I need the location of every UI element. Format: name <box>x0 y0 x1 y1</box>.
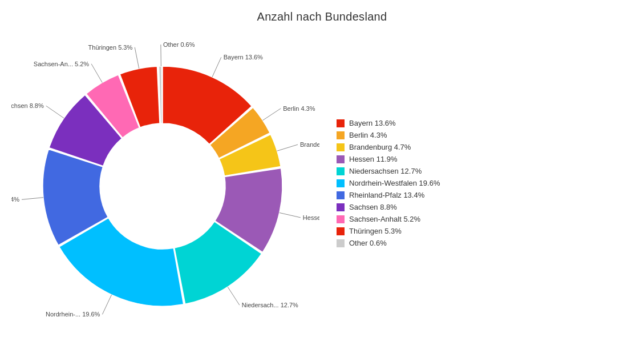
slice-label-2: Brandenbu... 4.7% <box>300 141 319 148</box>
legend-swatch-10 <box>337 239 345 247</box>
legend-label-10: Other 0.6% <box>349 239 387 247</box>
slice-label-0: Bayern 13.6% <box>224 54 263 61</box>
slice-label-4: Niedersach... 12.7% <box>242 302 298 308</box>
slice-label-5: Nordrhein-... 19.6% <box>46 311 100 318</box>
legend-item-9: Thüringen 5.3% <box>337 227 440 235</box>
slice-label-10: Other 0.6% <box>163 41 195 48</box>
legend-item-10: Other 0.6% <box>337 239 440 247</box>
slice-label-9: Thüringen 5.3% <box>88 43 133 50</box>
svg-line-9 <box>91 63 102 82</box>
svg-line-2 <box>263 108 281 120</box>
chart-body: Bayern 13.6%Berlin 4.3%Brandenbu... 4.7%… <box>0 23 644 337</box>
legend-label-4: Niedersachsen 12.7% <box>349 167 422 175</box>
legend-swatch-2 <box>337 143 345 151</box>
legend-item-0: Bayern 13.6% <box>337 119 440 127</box>
svg-line-6 <box>102 295 111 314</box>
legend-label-0: Bayern 13.6% <box>349 119 396 127</box>
legend-item-2: Brandenburg 4.7% <box>337 143 440 151</box>
legend-label-5: Nordrhein-Westfalen 19.6% <box>349 179 440 187</box>
legend-item-3: Hessen 11.9% <box>337 155 440 163</box>
legend-swatch-8 <box>337 215 345 223</box>
legend-item-7: Sachsen 8.8% <box>337 203 440 211</box>
legend-item-6: Rheinland-Pfalz 13.4% <box>337 191 440 199</box>
legend-item-8: Sachsen-Anhalt 5.2% <box>337 215 440 223</box>
legend-label-3: Hessen 11.9% <box>349 155 398 163</box>
legend-swatch-3 <box>337 155 345 163</box>
legend-item-5: Nordrhein-Westfalen 19.6% <box>337 179 440 187</box>
legend-item-4: Niedersachsen 12.7% <box>337 167 440 175</box>
legend-label-2: Brandenburg 4.7% <box>349 143 411 151</box>
legend-swatch-6 <box>337 191 345 199</box>
svg-line-1 <box>212 57 221 77</box>
legend-swatch-7 <box>337 203 345 211</box>
legend-swatch-0 <box>337 119 345 127</box>
chart-title: Anzahl nach Bundesland <box>257 10 387 23</box>
legend-item-1: Berlin 4.3% <box>337 131 440 139</box>
svg-line-8 <box>46 106 64 118</box>
svg-line-4 <box>280 212 301 217</box>
legend-label-9: Thüringen 5.3% <box>349 227 402 235</box>
chart-container: Anzahl nach Bundesland Bayern 13.6%Berli… <box>0 0 644 337</box>
slice-label-1: Berlin 4.3% <box>283 105 315 111</box>
legend: Bayern 13.6%Berlin 4.3%Brandenburg 4.7%H… <box>337 119 440 247</box>
slice-label-8: Sachsen-An... 5.2% <box>34 60 89 67</box>
legend-label-7: Sachsen 8.8% <box>349 203 397 211</box>
legend-swatch-1 <box>337 131 345 139</box>
legend-swatch-4 <box>337 167 345 175</box>
slice-label-6: Rheinland-... 13.4% <box>11 196 19 203</box>
legend-label-8: Sachsen-Anhalt 5.2% <box>349 215 420 223</box>
donut-chart: Bayern 13.6%Berlin 4.3%Brandenbu... 4.7%… <box>11 35 319 326</box>
svg-line-3 <box>277 145 298 151</box>
legend-swatch-5 <box>337 179 345 187</box>
legend-label-1: Berlin 4.3% <box>349 131 387 139</box>
slice-label-7: Sachsen 8.8% <box>11 102 44 109</box>
legend-swatch-9 <box>337 227 345 235</box>
svg-line-10 <box>135 47 139 68</box>
svg-line-7 <box>22 197 43 199</box>
svg-point-0 <box>101 125 224 248</box>
svg-line-5 <box>228 287 240 305</box>
slice-label-3: Hessen 11.9% <box>303 214 319 220</box>
legend-label-6: Rheinland-Pfalz 13.4% <box>349 191 424 199</box>
